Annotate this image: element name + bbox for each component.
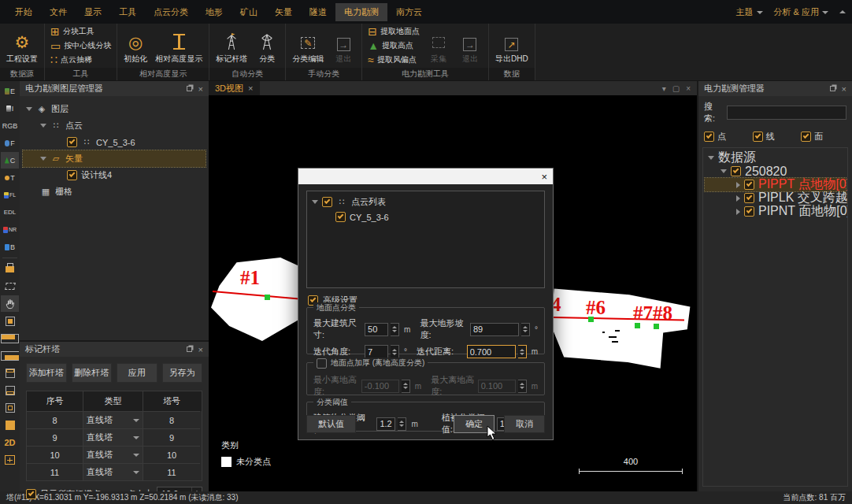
expander-icon[interactable] xyxy=(736,182,740,188)
type-dropdown[interactable]: 直线塔 xyxy=(83,428,143,446)
thicken-checkbox-unchecked[interactable] xyxy=(317,358,327,369)
expander-icon[interactable] xyxy=(736,209,740,215)
pan-button[interactable] xyxy=(1,295,19,312)
close-icon[interactable]: × xyxy=(198,346,203,354)
expander-icon[interactable] xyxy=(708,156,714,160)
tree-node-pointcloud-list[interactable]: ∷ 点云列表 xyxy=(309,195,543,209)
filter-line[interactable]: 线 xyxy=(753,131,798,143)
menu-pointcloud-classify[interactable]: 点云分类 xyxy=(145,3,197,21)
block-tool-button[interactable]: ⊞ 分块工具 xyxy=(48,25,113,38)
tab-list-icon[interactable]: ▾ xyxy=(662,84,666,93)
area-checkbox[interactable] xyxy=(801,132,811,142)
table-row[interactable]: 11 直线塔 11 xyxy=(27,463,202,480)
menu-display[interactable]: 显示 xyxy=(76,3,110,21)
expander-icon[interactable] xyxy=(26,107,32,111)
add-viewport-button[interactable] xyxy=(1,451,19,468)
initialize-button[interactable]: ◎ 初始化 xyxy=(120,25,150,66)
tree-node-cy536[interactable]: ∷ CY_5_3-6 xyxy=(23,134,206,150)
float-panel-icon[interactable] xyxy=(830,86,835,91)
checkbox-checked[interactable] xyxy=(744,206,754,217)
theme-dropdown[interactable]: 主题 xyxy=(736,6,763,18)
type-dropdown[interactable]: 直线塔 xyxy=(83,463,143,480)
menu-vector[interactable]: 矢量 xyxy=(266,3,301,21)
point-checkbox[interactable] xyxy=(704,132,714,142)
rgb-mode-button[interactable]: RGB xyxy=(1,117,19,134)
view-cube-top-button[interactable] xyxy=(1,330,19,346)
menu-tunnel[interactable]: 隧道 xyxy=(301,3,335,21)
close-tab-icon[interactable]: × xyxy=(248,83,253,93)
save-as-button[interactable]: 另存为 xyxy=(162,363,203,383)
relative-height-display-button[interactable]: 相对高度显示 xyxy=(152,25,206,66)
view-2d-button[interactable]: 2D xyxy=(1,434,19,450)
checkbox-checked[interactable] xyxy=(322,197,332,207)
filter-point[interactable]: 点 xyxy=(704,131,750,143)
classify-edit-button[interactable]: ✎ 分类编辑 xyxy=(289,25,327,66)
show-all-towers-checkbox[interactable] xyxy=(26,489,36,499)
checkbox-checked[interactable] xyxy=(67,170,77,180)
centerline-block-button[interactable]: ▭ 按中心线分块 xyxy=(48,39,113,52)
extract-ground-points-button[interactable]: ⊟ 提取地面点 xyxy=(365,25,422,38)
pointcloud-thin-button[interactable]: ∷ 点云抽稀 xyxy=(48,54,113,66)
checkbox-checked[interactable] xyxy=(67,137,77,147)
apply-button[interactable]: 应用 xyxy=(117,363,157,383)
view-cube-iso-button[interactable] xyxy=(1,399,19,416)
polygon-select-button[interactable] xyxy=(1,278,19,295)
view-cube-back-button[interactable] xyxy=(1,365,19,381)
close-icon[interactable]: × xyxy=(198,85,203,93)
mark-tower-button[interactable]: 标记杆塔 xyxy=(213,25,250,66)
line-checkbox[interactable] xyxy=(753,132,763,142)
close-icon[interactable]: × xyxy=(842,85,846,93)
edl-mode-button[interactable]: EDL xyxy=(1,204,19,220)
time-mode-button[interactable]: T xyxy=(1,169,19,186)
tree-node-layers[interactable]: ◈ 图层 xyxy=(23,101,206,117)
view-cube-left-button[interactable] xyxy=(1,382,19,398)
expander-icon[interactable] xyxy=(736,195,740,202)
table-row[interactable]: 9 直线塔 9 xyxy=(27,428,202,446)
table-row[interactable]: 10 直线塔 10 xyxy=(27,446,202,463)
checkbox-checked[interactable] xyxy=(335,212,346,222)
extract-windage-points-button[interactable]: ≈ 提取风偏点 xyxy=(365,54,422,66)
max-building-size-input[interactable] xyxy=(365,323,388,336)
analysis-apps-dropdown[interactable]: 分析 & 应用 xyxy=(774,6,828,18)
tree-node-pointcloud[interactable]: ∷ 点云 xyxy=(23,117,206,134)
delete-tower-button[interactable]: 删除杆塔 xyxy=(72,363,113,383)
menu-terrain[interactable]: 地形 xyxy=(197,3,232,21)
type-dropdown[interactable]: 直线塔 xyxy=(83,411,143,428)
elevation-mode-button[interactable]: E xyxy=(1,83,19,99)
close-icon[interactable]: × xyxy=(541,172,547,182)
expander-icon[interactable] xyxy=(40,157,46,161)
classification-mode-button[interactable]: C xyxy=(1,152,19,169)
cancel-button[interactable]: 取消 xyxy=(504,415,545,433)
extract-high-points-button[interactable]: ▲ 提取高点 xyxy=(365,39,422,52)
expander-icon[interactable] xyxy=(720,169,727,173)
search-input[interactable] xyxy=(727,106,846,120)
tree-node-pipnt[interactable]: PIPNT 面地物[0] xyxy=(705,205,846,218)
close-icon[interactable]: × xyxy=(686,84,691,93)
float-panel-icon[interactable] xyxy=(187,346,192,352)
menu-tools[interactable]: 工具 xyxy=(110,3,145,21)
default-values-button[interactable]: 默认值 xyxy=(306,415,356,433)
menu-start[interactable]: 开始 xyxy=(6,3,41,21)
tree-node-datasource[interactable]: 数据源 xyxy=(705,151,846,165)
export-dhd-button[interactable]: ↗ 导出DHD xyxy=(492,25,532,66)
tree-node-cy536[interactable]: CY_5_3-6 xyxy=(309,209,543,224)
maximize-icon[interactable]: ▢ xyxy=(672,84,680,93)
view-cube-solid-button[interactable] xyxy=(1,313,19,329)
classify-button[interactable]: 分类 xyxy=(252,25,282,66)
menu-mine[interactable]: 矿山 xyxy=(232,3,266,21)
iteration-distance-input[interactable] xyxy=(467,345,516,358)
menu-power-survey[interactable]: 电力勘测 xyxy=(335,3,387,21)
checkbox-checked[interactable] xyxy=(731,166,741,176)
expander-icon[interactable] xyxy=(40,124,46,128)
project-settings-button[interactable]: ⚙ 工程设置 xyxy=(3,25,41,66)
expander-icon[interactable] xyxy=(312,200,318,204)
iteration-angle-input[interactable] xyxy=(365,345,388,358)
tree-node-designline4[interactable]: 设计线4 xyxy=(23,167,206,183)
menu-south-cloud[interactable]: 南方云 xyxy=(387,3,431,21)
return-mode-button[interactable]: NR xyxy=(1,221,19,238)
blend-b-mode-button[interactable]: B xyxy=(1,239,19,255)
checkbox-checked[interactable] xyxy=(744,193,754,203)
tab-3d-view[interactable]: 3D视图 × xyxy=(209,81,260,95)
menu-file[interactable]: 文件 xyxy=(41,3,76,21)
type-dropdown[interactable]: 直线塔 xyxy=(83,446,143,463)
